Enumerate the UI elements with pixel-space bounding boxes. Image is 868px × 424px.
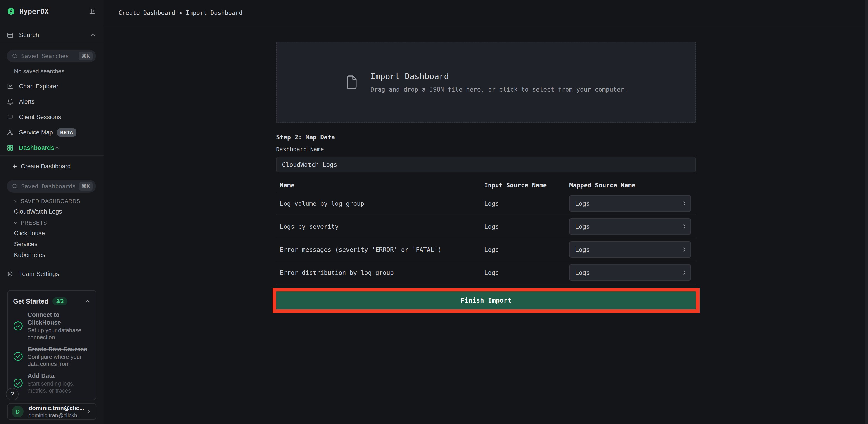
sidebar-item-chart-explorer[interactable]: Chart Explorer: [0, 79, 103, 94]
check-circle-icon: [13, 321, 23, 331]
chart-name: Error distribution by log group: [276, 269, 484, 276]
task-connect-clickhouse[interactable]: Connect to ClickHouse Set up your databa…: [13, 311, 90, 341]
chevron-up-icon: [90, 32, 96, 38]
user-menu[interactable]: D dominic.tran@clic... dominic.tran@clic…: [7, 403, 96, 420]
dashboard-item-kubernetes[interactable]: Kubernetes: [0, 250, 103, 260]
collapse-sidebar-icon[interactable]: [89, 8, 96, 15]
group-presets[interactable]: PRESETS: [0, 218, 103, 228]
gear-icon: [7, 270, 13, 277]
saved-searches-search[interactable]: ⌘K: [7, 50, 96, 62]
nav-label: Service Map: [19, 129, 53, 136]
sidebar-item-alerts[interactable]: Alerts: [0, 94, 103, 109]
laptop-icon: [7, 114, 13, 121]
task-subtitle: Configure where your data comes from: [28, 354, 90, 367]
user-name: dominic.tran@clic...: [29, 404, 86, 412]
mapped-source-select[interactable]: Logs: [569, 195, 691, 211]
avatar: D: [12, 406, 24, 418]
dashboard-name-label: Dashboard Name: [276, 146, 696, 153]
divider: [0, 43, 103, 43]
chart-explorer-icon: [7, 83, 13, 90]
group-saved-dashboards[interactable]: SAVED DASHBOARDS: [0, 196, 103, 206]
create-dashboard-button[interactable]: Create Dashboard: [0, 159, 103, 173]
app-title: HyperDX: [20, 7, 49, 15]
mapped-source-select[interactable]: Logs: [569, 218, 691, 235]
table-row: Error distribution by log group Logs Log…: [276, 261, 696, 284]
json-dropzone[interactable]: Import Dashboard Drag and drop a JSON fi…: [276, 41, 696, 123]
saved-dashboards-input[interactable]: [21, 183, 79, 190]
help-button[interactable]: ?: [6, 388, 19, 400]
chevron-down-icon: [13, 199, 18, 204]
plus-icon: [12, 163, 18, 169]
search-icon: [12, 53, 18, 59]
dashboards-grid-icon: [7, 144, 13, 151]
step-label: Step 2: Map Data: [276, 134, 696, 140]
chevron-down-icon: [13, 220, 18, 225]
sidebar-item-service-map[interactable]: Service Map BETA: [0, 125, 103, 140]
hyperdx-logo-icon: [7, 6, 16, 16]
sidebar-item-dashboards[interactable]: Dashboards: [0, 140, 103, 156]
select-chevrons-icon: [681, 247, 686, 252]
nav-label: Dashboards: [19, 144, 54, 152]
column-header-input-source: Input Source Name: [484, 182, 569, 189]
get-started-card: Get Started 3/3 Connect to ClickHouse Se…: [7, 290, 96, 400]
sidebar-item-client-sessions[interactable]: Client Sessions: [0, 109, 103, 125]
saved-dashboards-search[interactable]: ⌘K: [7, 180, 96, 193]
task-title: Connect to ClickHouse: [28, 311, 90, 326]
chevron-up-icon: [85, 298, 90, 304]
topbar: Create Dashboard > Import Dashboard: [104, 0, 868, 26]
file-icon: [344, 73, 359, 92]
chart-name: Error messages (severity 'ERROR' or 'FAT…: [276, 246, 484, 253]
scrollbar[interactable]: [865, 0, 868, 424]
search-icon: [12, 183, 18, 189]
selected-value: Logs: [575, 223, 681, 230]
divider: [0, 156, 103, 156]
search-section-label: Search: [19, 31, 39, 39]
task-add-data[interactable]: Add Data Start sending logs, metrics, or…: [13, 372, 90, 394]
service-map-icon: [7, 129, 13, 136]
select-chevrons-icon: [681, 270, 686, 275]
select-chevrons-icon: [681, 224, 686, 229]
input-source: Logs: [484, 246, 569, 253]
shortcut-badge: ⌘K: [79, 52, 93, 60]
sidebar-section-search[interactable]: Search: [0, 27, 103, 43]
search-section-icon: [7, 32, 13, 38]
beta-badge: BETA: [57, 128, 76, 136]
logo-row: HyperDX: [0, 0, 103, 23]
dashboard-item-clickhouse[interactable]: ClickHouse: [0, 228, 103, 239]
sidebar-item-team-settings[interactable]: Team Settings: [0, 267, 103, 281]
get-started-header[interactable]: Get Started 3/3: [13, 296, 90, 306]
get-started-title: Get Started: [13, 298, 49, 305]
selected-value: Logs: [575, 269, 681, 276]
dropzone-title: Import Dashboard: [370, 72, 628, 81]
create-dashboard-label: Create Dashboard: [21, 163, 71, 170]
user-email: dominic.tran@clickh...: [29, 412, 86, 419]
breadcrumb: Create Dashboard > Import Dashboard: [119, 9, 243, 16]
mapped-source-select[interactable]: Logs: [569, 264, 691, 281]
task-subtitle: Start sending logs, metrics, or traces: [28, 380, 90, 394]
dashboard-item-cloudwatch-logs[interactable]: CloudWatch Logs: [0, 206, 103, 217]
mapped-source-select[interactable]: Logs: [569, 241, 691, 258]
selected-value: Logs: [575, 200, 681, 207]
task-title: Add Data: [28, 372, 90, 380]
group-label: PRESETS: [21, 220, 47, 226]
table-row: Logs by severity Logs Logs: [276, 215, 696, 238]
finish-import-button[interactable]: Finish Import: [276, 291, 696, 309]
chart-name: Logs by severity: [276, 223, 484, 230]
task-create-data-sources[interactable]: Create Data Sources Configure where your…: [13, 345, 90, 367]
shortcut-badge: ⌘K: [79, 182, 93, 191]
task-title: Create Data Sources: [28, 345, 90, 353]
input-source: Logs: [484, 223, 569, 230]
main-area: Create Dashboard > Import Dashboard Impo…: [104, 0, 868, 424]
dashboard-name-input[interactable]: [276, 157, 696, 172]
saved-searches-input[interactable]: [21, 53, 79, 60]
input-source: Logs: [484, 269, 569, 276]
chevron-up-icon: [54, 145, 60, 151]
dashboard-item-services[interactable]: Services: [0, 239, 103, 250]
bell-icon: [7, 98, 13, 105]
chart-name: Log volume by log group: [276, 200, 484, 207]
chevron-right-icon: [86, 409, 92, 415]
table-row: Log volume by log group Logs Logs: [276, 192, 696, 215]
help-glyph: ?: [10, 390, 14, 398]
column-header-name: Name: [276, 182, 484, 189]
mapping-table: Name Input Source Name Mapped Source Nam…: [276, 178, 696, 284]
